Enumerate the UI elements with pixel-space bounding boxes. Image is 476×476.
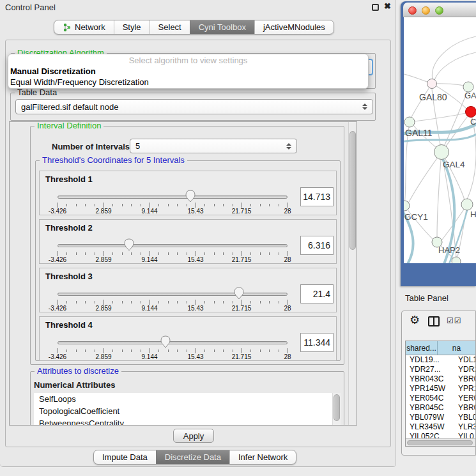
apply-button[interactable]: Apply (173, 429, 214, 443)
slider-thumb[interactable] (234, 287, 244, 300)
slider-thumb[interactable] (185, 190, 196, 203)
axis-tick-label: 9.144 (141, 305, 157, 312)
tick-mark (141, 204, 141, 206)
table-cell[interactable]: YBR0 (454, 374, 476, 384)
settings-scrollbar[interactable] (348, 122, 357, 425)
minimize-traffic-light[interactable] (422, 6, 430, 15)
table-horizontal-scrollbar[interactable] (406, 438, 476, 446)
float-window-icon[interactable] (372, 4, 379, 11)
dropdown-option-equal-width-frequency[interactable]: Equal Width/Frequency Discretization (8, 77, 368, 88)
zoom-traffic-light[interactable] (435, 6, 443, 15)
tick-mark (112, 204, 113, 206)
tab-cyni-toolbox[interactable]: Cyni Toolbox (190, 20, 254, 34)
table-cell[interactable]: YBR0 (454, 403, 476, 413)
tick-mark (150, 203, 150, 208)
threshold-value-field[interactable]: 11.344 (300, 333, 334, 352)
scrollbar-thumb[interactable] (349, 131, 356, 250)
column-header-name[interactable]: na (438, 341, 476, 355)
table-cell[interactable]: YLR345W (406, 422, 454, 432)
attribute-item[interactable]: BetweennessCentrality (34, 417, 341, 426)
column-checkbox-icons[interactable]: ☑☑ (447, 316, 462, 325)
tick-mark (76, 301, 77, 303)
table-cell[interactable]: YBR043C (406, 374, 454, 384)
tick-mark (168, 204, 169, 206)
table-cell[interactable]: YBR045C (406, 403, 454, 413)
table-cell[interactable]: YDL19... (406, 355, 454, 365)
tick-mark (85, 252, 86, 255)
table-cell[interactable]: YBL079W (406, 413, 454, 422)
axis-tick-label: 2.859 (95, 256, 111, 263)
threshold-value-field[interactable]: 14.713 (300, 187, 334, 206)
slider-thumb[interactable] (124, 238, 134, 251)
slider-track[interactable] (58, 196, 288, 199)
close-traffic-light[interactable] (408, 6, 417, 15)
tick-mark (233, 204, 233, 206)
attribute-item[interactable]: TopologicalCoefficient (34, 405, 341, 417)
table-cell[interactable]: YLR3 (454, 422, 476, 432)
tick-mark (269, 252, 270, 255)
table-cell[interactable]: YBL0 (454, 413, 476, 422)
tab-network[interactable]: Network (54, 20, 114, 34)
dropdown-option-manual-discretization[interactable]: Manual Discretization (8, 66, 368, 77)
node-selected-red[interactable] (466, 107, 476, 118)
scrollbar-thumb[interactable] (334, 394, 340, 421)
split-view-icon[interactable] (428, 316, 440, 326)
node-label: HAP2 (438, 245, 460, 255)
tick-mark (233, 301, 233, 303)
tab-style[interactable]: Style (114, 20, 150, 34)
node-gal11[interactable] (404, 117, 415, 127)
table-cell[interactable]: YDR27... (406, 365, 454, 374)
slider-track[interactable] (58, 244, 288, 247)
table-row[interactable]: YLR345WYLR3 (406, 422, 476, 432)
table-cell[interactable]: YDR2 (454, 365, 476, 374)
table-cell[interactable]: YPR145W (406, 384, 454, 394)
tick-mark (242, 203, 242, 208)
slider-track[interactable] (58, 341, 288, 344)
node-label: GAL11 (405, 128, 433, 138)
network-view-window: GAL80 GA C GAL11 GAL4 GCY1 H HAP2 (401, 1, 476, 286)
threshold-value-field[interactable]: 6.316 (300, 236, 334, 255)
table-row[interactable]: YBR045CYBR0 (406, 403, 476, 413)
table-cell[interactable]: YDL1 (454, 355, 476, 365)
table-row[interactable]: YBL079WYBL0 (406, 413, 476, 422)
tab-infer-network[interactable]: Infer Network (229, 450, 296, 464)
column-header-shared[interactable]: shared... (406, 341, 438, 355)
node-gal4[interactable] (434, 145, 449, 160)
tick-mark (58, 251, 58, 256)
screenshot-root: Control Panel ✖ Network Style Sel (0, 0, 476, 476)
tick-mark (260, 349, 261, 352)
node-gal80[interactable] (427, 79, 437, 89)
scrollbar-thumb[interactable] (407, 440, 473, 445)
tab-impute-data[interactable]: Impute Data (94, 450, 156, 464)
table-row[interactable]: YDL19...YDL1 (406, 355, 476, 365)
table-row[interactable]: YBR043CYBR0 (406, 374, 476, 384)
slider-track[interactable] (58, 293, 288, 296)
slider-thumb[interactable] (160, 335, 171, 348)
node-h[interactable] (461, 199, 473, 210)
table-data-combobox[interactable]: galFiltered.sif default node (15, 99, 373, 114)
node-label: GAL80 (419, 92, 447, 102)
table-cell[interactable]: YER054C (406, 394, 454, 403)
tab-jactivemnodules[interactable]: jActiveMNodules (254, 20, 334, 34)
numerical-attributes-list: SelfLoopsTopologicalCoefficientBetweenne… (34, 393, 341, 426)
tick-mark (269, 349, 270, 352)
close-icon[interactable]: ✖ (384, 1, 391, 11)
table-cell[interactable]: YPR1 (454, 384, 476, 394)
node-bottom[interactable] (452, 257, 461, 263)
node-attribute-table: shared... na YDL19...YDL1YDR27...YDR2YBR… (405, 341, 476, 447)
table-row[interactable]: YER054CYER0 (406, 394, 476, 403)
tab-discretize-data[interactable]: Discretize Data (156, 450, 229, 464)
number-of-intervals-combobox[interactable]: 5 (130, 139, 297, 153)
threshold-label: Threshold 2 (45, 223, 93, 233)
threshold-value-field[interactable]: 21.4 (300, 284, 334, 303)
gear-icon[interactable]: ⚙ (410, 313, 420, 327)
threshold-4-panel: Threshold 4 -3.4262.8599.14415.4321.7152… (39, 316, 337, 361)
tab-select[interactable]: Select (150, 20, 190, 34)
table-cell[interactable]: YER0 (454, 394, 476, 403)
tick-mark (250, 301, 251, 303)
table-row[interactable]: YDR27...YDR2 (406, 365, 476, 374)
list-scrollbar[interactable] (332, 393, 341, 426)
network-canvas[interactable]: GAL80 GA C GAL11 GAL4 GCY1 H HAP2 (404, 17, 476, 263)
table-row[interactable]: YPR145WYPR1 (406, 384, 476, 394)
attribute-item[interactable]: SelfLoops (34, 393, 341, 405)
